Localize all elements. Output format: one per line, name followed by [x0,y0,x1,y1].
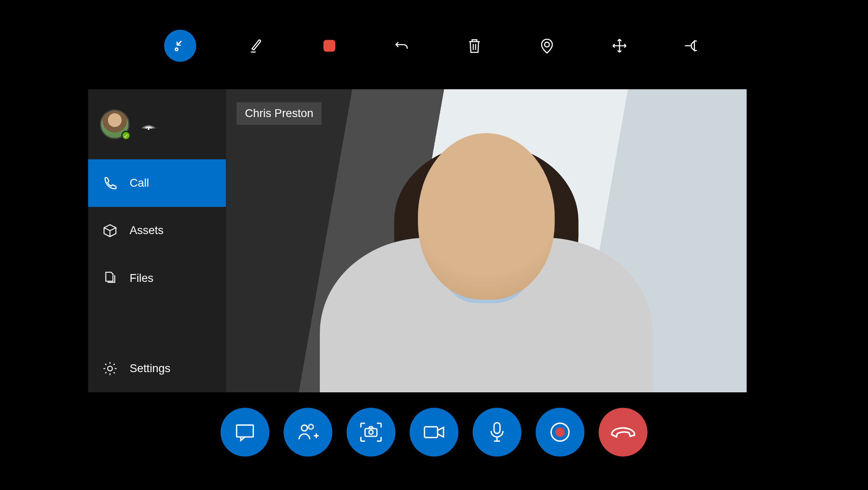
svg-rect-5 [237,425,253,437]
presence-badge: ✓ [121,131,131,140]
sidebar-item-label: Call [129,176,149,190]
record-icon [548,420,572,444]
svg-point-2 [544,42,549,47]
screenshot-button[interactable] [347,408,395,457]
svg-point-3 [148,128,150,130]
sidebar-item-files[interactable]: Files [88,254,226,302]
sidebar: ✓ C [88,89,226,392]
hangup-button[interactable] [599,408,647,457]
location-button[interactable] [535,34,559,58]
undo-icon [394,38,410,54]
svg-point-6 [301,425,307,431]
video-button[interactable] [410,408,458,457]
record-button[interactable] [536,408,584,457]
sidebar-item-settings[interactable]: Settings [88,345,226,392]
network-icon [140,118,157,131]
ink-button[interactable] [245,34,269,58]
video-icon [422,423,446,441]
participant-name: Chris Preston [245,107,313,120]
svg-rect-1 [324,40,335,52]
call-controls [0,408,868,457]
move-button[interactable] [608,34,631,58]
stop-button[interactable] [317,34,341,58]
delete-icon [467,38,482,54]
delete-button[interactable] [462,34,486,58]
chat-button[interactable] [221,408,269,457]
svg-point-4 [108,366,113,371]
profile-section: ✓ [88,89,226,159]
svg-point-7 [309,424,314,429]
stop-record-icon [321,38,337,54]
exit-fullscreen-button[interactable] [164,30,196,62]
hangup-icon [610,425,637,439]
svg-point-13 [555,427,565,437]
pin-button[interactable] [680,34,704,58]
add-person-icon [296,422,320,443]
ink-icon [248,37,266,54]
svg-rect-10 [425,427,438,438]
files-icon [102,270,118,286]
annotation-toolbar [0,30,868,62]
sidebar-item-assets[interactable]: Assets [88,207,226,254]
participant-name-tag: Chris Preston [237,102,321,125]
sidebar-item-label: Assets [129,224,163,237]
mic-button[interactable] [473,408,521,457]
user-avatar[interactable]: ✓ [100,109,129,139]
add-people-button[interactable] [284,408,332,457]
exit-fullscreen-icon [173,39,188,53]
gear-icon [102,361,118,377]
package-icon [102,223,118,239]
svg-point-0 [175,48,178,51]
app-window: ✓ C [88,89,746,392]
phone-icon [102,176,118,191]
sidebar-item-call[interactable]: Call [88,159,226,207]
microphone-icon [488,420,506,444]
chat-icon [234,422,256,442]
location-icon [539,38,555,54]
sidebar-item-label: Files [129,272,153,285]
undo-button[interactable] [390,34,414,58]
pin-icon [683,39,701,52]
svg-point-9 [369,430,373,434]
camera-capture-icon [359,421,384,443]
video-feed: Chris Preston [226,89,747,392]
svg-rect-11 [494,423,500,434]
move-icon [611,38,628,54]
sidebar-item-label: Settings [129,362,170,375]
